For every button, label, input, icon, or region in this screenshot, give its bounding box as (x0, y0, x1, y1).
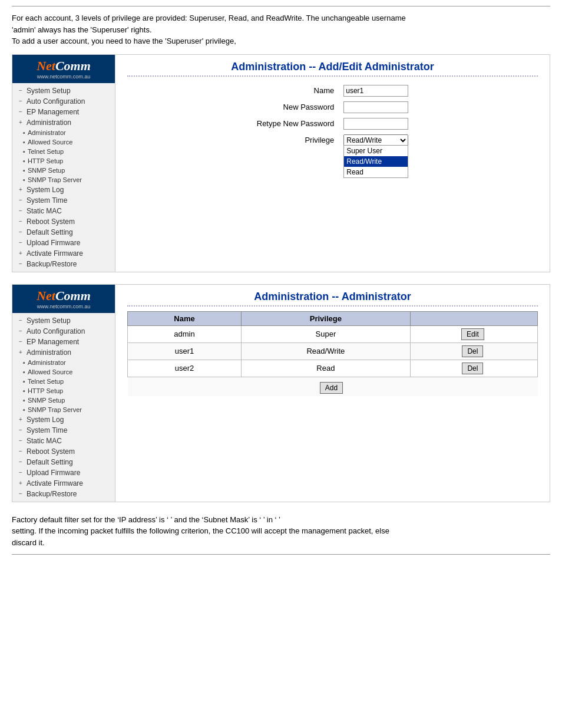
retype-input[interactable] (343, 118, 408, 130)
privilege-cell: Read/Write Super User Read Super User Re… (339, 132, 413, 149)
sidebar2-item-backup[interactable]: − Backup/Restore (12, 489, 115, 499)
table-row: user1 Read/Write Del (128, 342, 538, 360)
edit-button[interactable]: Edit (461, 328, 484, 340)
sidebar2-item-system-setup[interactable]: − System Setup (12, 315, 115, 326)
sidebar2-item-static-mac[interactable]: − Static MAC (12, 436, 115, 446)
circle-minus-icon: − (17, 229, 24, 236)
sidebar2-item-auto-config[interactable]: − Auto Configuration (12, 326, 115, 337)
add-cell: Add (128, 377, 538, 396)
panel-add-edit: NetComm www.netcomm.com.au − System Setu… (12, 54, 550, 272)
sidebar2-item-snmp-trap[interactable]: SNMP Trap Server (12, 405, 115, 414)
circle-minus-icon: − (17, 490, 24, 498)
admin-table: Name Privilege admin Super Edit user1 (127, 311, 538, 396)
sidebar2-item-default[interactable]: − Default Setting (12, 457, 115, 467)
del-button[interactable]: Del (462, 345, 483, 357)
sidebar2-item-ep-mgmt[interactable]: − EP Management (12, 337, 115, 347)
circle-plus-icon: + (17, 186, 24, 193)
footer-text: Factory default filter set for the ‘IP a… (12, 514, 550, 549)
circle-minus-icon: − (17, 197, 24, 204)
row-privilege: Super (241, 325, 410, 342)
sidebar-item-default[interactable]: − Default Setting (12, 227, 115, 238)
table-row: admin Super Edit (128, 325, 538, 342)
name-input[interactable] (343, 85, 408, 97)
circle-minus-icon: − (17, 338, 24, 345)
new-password-cell (339, 99, 413, 116)
sidebar-item-activate[interactable]: + Activate Firmware (12, 248, 115, 259)
form-actions-label (252, 149, 339, 165)
privilege-dropdown-list[interactable]: Super User Read/Write Read (343, 145, 408, 178)
logo-1: NetComm www.netcomm.com.au (12, 55, 115, 83)
circle-minus-icon: − (17, 239, 24, 246)
sidebar2-item-administrator[interactable]: Administrator (12, 358, 115, 367)
logo-2: NetComm www.netcomm.com.au (12, 285, 115, 313)
sidebar-item-upload[interactable]: − Upload Firmware (12, 238, 115, 248)
circle-plus-icon: + (17, 416, 24, 423)
sidebar-item-http-setup[interactable]: HTTP Setup (12, 156, 115, 166)
sidebar2-item-upload[interactable]: − Upload Firmware (12, 467, 115, 478)
sidebar-item-telnet-setup[interactable]: Telnet Setup (12, 147, 115, 156)
sidebar-1-scroll[interactable]: − System Setup − Auto Configuration − EP… (12, 83, 115, 272)
circle-minus-icon: − (17, 207, 24, 215)
circle-minus-icon: − (17, 437, 24, 444)
sidebar-item-static-mac[interactable]: − Static MAC (12, 206, 115, 216)
circle-plus-icon: + (17, 349, 24, 356)
sidebar2-item-reboot[interactable]: − Reboot System (12, 446, 115, 457)
row-name: admin (128, 325, 242, 342)
sidebar-item-allowed-source[interactable]: Allowed Source (12, 137, 115, 147)
circle-plus-icon: + (17, 250, 24, 257)
col-privilege: Privilege (241, 311, 410, 325)
circle-plus-icon: + (17, 480, 24, 487)
name-label: Name (252, 83, 339, 99)
sidebar-item-snmp-trap[interactable]: SNMP Trap Server (12, 175, 115, 185)
sidebar-item-backup[interactable]: − Backup/Restore (12, 259, 115, 269)
row-name: user1 (128, 342, 242, 360)
col-name: Name (128, 311, 242, 325)
option-read-write[interactable]: Read/Write (344, 156, 408, 167)
new-password-input[interactable] (343, 101, 408, 113)
row-actions: Del (410, 342, 537, 360)
row-actions: Edit (410, 325, 537, 342)
sidebar-item-reboot[interactable]: − Reboot System (12, 216, 115, 227)
sidebar2-item-http-setup[interactable]: HTTP Setup (12, 386, 115, 396)
option-super-user[interactable]: Super User (344, 146, 408, 156)
circle-minus-icon: − (17, 427, 24, 434)
intro-text: For each account, 3 levels of privilege … (12, 12, 550, 47)
circle-minus-icon: − (17, 328, 24, 335)
del-button[interactable]: Del (462, 363, 483, 374)
sidebar-item-administrator[interactable]: Administrator (12, 128, 115, 137)
sidebar2-item-allowed-source[interactable]: Allowed Source (12, 367, 115, 377)
privilege-select[interactable]: Read/Write Super User Read (343, 134, 408, 146)
circle-minus-icon: − (17, 261, 24, 268)
option-read[interactable]: Read (344, 167, 408, 177)
sidebar2-item-administration[interactable]: + Administration (12, 347, 115, 358)
sidebar-item-snmp-setup[interactable]: SNMP Setup (12, 166, 115, 175)
sidebar2-item-telnet-setup[interactable]: Telnet Setup (12, 377, 115, 386)
sidebar-item-ep-mgmt[interactable]: − EP Management (12, 107, 115, 117)
sidebar2-item-activate[interactable]: + Activate Firmware (12, 478, 115, 489)
sidebar2-item-snmp-setup[interactable]: SNMP Setup (12, 396, 115, 405)
sidebar-item-administration[interactable]: + Administration (12, 117, 115, 128)
sidebar-2: NetComm www.netcomm.com.au − System Setu… (12, 285, 115, 502)
new-password-label: New Password (252, 99, 339, 116)
circle-minus-icon: − (17, 317, 24, 324)
row-privilege: Read/Write (241, 342, 410, 360)
add-button[interactable]: Add (320, 382, 343, 394)
circle-minus-icon: − (17, 459, 24, 466)
sidebar2-item-system-time[interactable]: − System Time (12, 425, 115, 436)
retype-cell (339, 116, 413, 132)
circle-minus-icon: − (17, 469, 24, 476)
sidebar-2-scroll[interactable]: − System Setup − Auto Configuration − EP… (12, 313, 115, 502)
sidebar2-item-system-log[interactable]: + System Log (12, 414, 115, 425)
circle-plus-icon: + (17, 119, 24, 126)
sidebar-item-system-log[interactable]: + System Log (12, 185, 115, 195)
sidebar-item-auto-config[interactable]: − Auto Configuration (12, 96, 115, 107)
panel-admin-list: NetComm www.netcomm.com.au − System Setu… (12, 284, 550, 502)
sidebar-item-system-setup[interactable]: − System Setup (12, 85, 115, 96)
sidebar-item-system-time[interactable]: − System Time (12, 195, 115, 206)
section-title-2: Administration -- Administrator (127, 291, 538, 307)
main-content-1: Administration -- Add/Edit Administrator… (115, 55, 550, 272)
add-row: Add (128, 377, 538, 396)
row-privilege: Read (241, 360, 410, 377)
privilege-dropdown[interactable]: Read/Write Super User Read Super User Re… (343, 134, 408, 146)
privilege-label: Privilege (252, 132, 339, 149)
